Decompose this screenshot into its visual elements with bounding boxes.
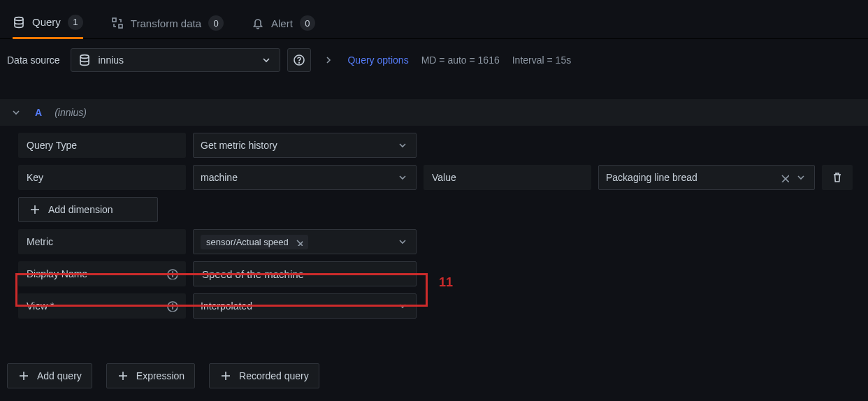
select-value: Packaging line bread <box>606 172 697 183</box>
chevron-down-icon <box>795 171 807 184</box>
query-options-md: MD = auto = 1616 <box>421 54 500 66</box>
query-options-interval: Interval = 15s <box>512 54 571 66</box>
add-query-button[interactable]: Add query <box>7 363 92 388</box>
query-ds-name: (innius) <box>55 107 87 118</box>
trash-icon <box>831 171 844 184</box>
tab-transform[interactable]: Transform data 0 <box>111 7 224 39</box>
label-key: Key <box>18 165 186 190</box>
select-query-type[interactable]: Get metric history <box>193 133 417 158</box>
tab-count: 1 <box>68 15 83 30</box>
button-label: Add query <box>37 370 82 381</box>
input-display-name[interactable] <box>201 268 409 281</box>
input-display-name-wrap[interactable] <box>193 261 417 286</box>
select-value: machine <box>201 172 238 183</box>
select-value-input[interactable]: Packaging line bread <box>598 165 815 190</box>
query-options-link[interactable]: Query options <box>347 54 408 66</box>
info-icon[interactable] <box>166 268 178 279</box>
chevron-down-icon <box>396 171 409 184</box>
plus-icon <box>17 370 30 382</box>
datasource-bar: Data source innius Query options MD = au… <box>0 39 868 81</box>
button-label: Recorded query <box>239 370 309 381</box>
query-options-group: Query options MD = auto = 1616 Interval … <box>322 54 571 66</box>
tab-count: 0 <box>208 15 224 31</box>
database-icon <box>78 54 91 66</box>
expression-button[interactable]: Expression <box>106 363 195 388</box>
label-metric: Metric <box>18 229 186 254</box>
chevron-down-icon <box>260 54 273 66</box>
select-value: Get metric history <box>201 140 277 151</box>
select-value: Interpolated <box>201 300 252 312</box>
transform-icon <box>111 17 124 29</box>
tab-label: Alert <box>271 17 293 29</box>
query-row-header[interactable]: A (innius) <box>0 99 868 126</box>
datasource-select[interactable]: innius <box>71 48 280 72</box>
query-form: Query Type Get metric history Key machin… <box>0 126 868 319</box>
chevron-down-icon[interactable] <box>10 106 22 119</box>
add-dimension-button[interactable]: Add dimension <box>18 197 158 222</box>
select-view[interactable]: Interpolated <box>193 293 417 319</box>
help-icon <box>293 54 305 66</box>
tab-label: Query <box>32 16 61 28</box>
tab-alert[interactable]: Alert 0 <box>252 7 315 39</box>
datasource-label: Data source <box>7 54 64 66</box>
select-key[interactable]: machine <box>193 165 417 190</box>
label-display-name: Display Name <box>18 261 186 286</box>
label-query-type: Query Type <box>18 133 186 158</box>
chevron-down-icon <box>396 300 409 312</box>
clear-icon[interactable] <box>779 173 789 182</box>
chevron-right-icon[interactable] <box>322 54 335 66</box>
datasource-value: innius <box>98 54 124 66</box>
plus-icon <box>117 370 129 382</box>
remove-chip-icon[interactable] <box>294 238 303 246</box>
button-label: Add dimension <box>48 204 113 215</box>
query-letter: A <box>35 107 42 118</box>
tab-query[interactable]: Query 1 <box>13 7 83 39</box>
tab-count: 0 <box>300 15 315 31</box>
recorded-query-button[interactable]: Recorded query <box>209 363 319 388</box>
bell-icon <box>252 17 264 29</box>
tab-label: Transform data <box>131 17 201 29</box>
delete-dimension-button[interactable] <box>822 165 853 190</box>
chevron-down-icon <box>396 139 409 152</box>
chip-label: sensor/Actual speed <box>206 237 289 247</box>
plus-icon <box>29 203 41 216</box>
button-label: Expression <box>136 370 185 381</box>
database-icon <box>13 16 25 29</box>
label-view: View * <box>18 293 186 319</box>
footer-buttons: Add query Expression Recorded query <box>7 363 319 388</box>
select-metric[interactable]: sensor/Actual speed <box>193 229 417 254</box>
annotation-number: 11 <box>439 275 453 290</box>
editor-tabs: Query 1 Transform data 0 Alert 0 <box>0 0 868 39</box>
plus-icon <box>219 370 232 382</box>
label-value: Value <box>424 165 591 190</box>
metric-chip: sensor/Actual speed <box>201 235 308 249</box>
chevron-down-icon <box>396 235 409 248</box>
datasource-help-button[interactable] <box>287 48 311 72</box>
info-icon[interactable] <box>166 300 178 312</box>
